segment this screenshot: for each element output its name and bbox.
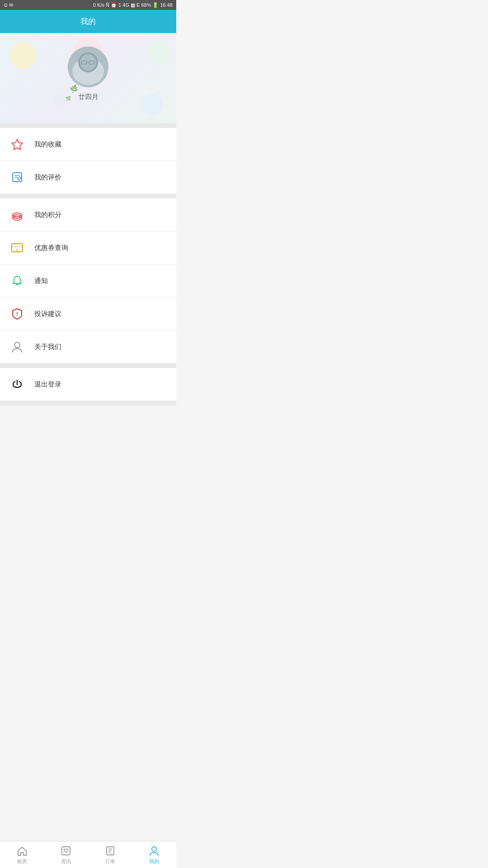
section-divider-4 bbox=[0, 401, 176, 406]
deco-leaf-1: 🌿 bbox=[69, 84, 79, 94]
edit-icon bbox=[9, 169, 25, 185]
logout-label: 退出登录 bbox=[34, 380, 61, 389]
star-icon bbox=[9, 136, 25, 152]
status-left: ⊙ ✉ bbox=[4, 2, 13, 8]
logout-section: 退出登录 bbox=[0, 368, 176, 401]
battery: 68% 🔋 bbox=[141, 2, 159, 8]
avatar[interactable] bbox=[68, 47, 108, 87]
status-bar: ⊙ ✉ 0 K/s Ñ ⏰ 1 4G ▦ E 68% 🔋 16:48 bbox=[0, 0, 176, 10]
username: 廿四月 bbox=[78, 93, 99, 101]
deco-circle-3 bbox=[147, 40, 172, 65]
page-header: 我的 bbox=[0, 10, 176, 33]
svg-marker-7 bbox=[12, 139, 23, 150]
reviews-label: 我的评价 bbox=[34, 173, 61, 182]
coins-icon bbox=[9, 207, 25, 223]
profile-section: 🌿 🌿 廿四月 bbox=[0, 33, 176, 123]
time: 16:48 bbox=[160, 2, 173, 8]
menu-item-coupons[interactable]: ¥ 优惠券查询 bbox=[0, 231, 176, 264]
menu-item-notifications[interactable]: 通知 bbox=[0, 264, 176, 297]
power-icon bbox=[9, 376, 25, 392]
section-divider-2 bbox=[0, 194, 176, 198]
network-icons: Ñ ⏰ 1 4G ▦ E bbox=[106, 2, 140, 8]
shield-icon: ! bbox=[9, 306, 25, 322]
complaints-label: 投诉建议 bbox=[34, 310, 61, 318]
person-icon bbox=[9, 339, 25, 355]
svg-text:!: ! bbox=[16, 311, 18, 317]
coupons-label: 优惠券查询 bbox=[34, 244, 68, 252]
section-divider-3 bbox=[0, 363, 176, 368]
menu-item-favorites[interactable]: 我的收藏 bbox=[0, 128, 176, 161]
deco-circle-5 bbox=[54, 94, 68, 108]
footer-space bbox=[0, 406, 176, 437]
coupon-icon: ¥ bbox=[9, 240, 25, 256]
avatar-image bbox=[68, 47, 108, 87]
menu-item-about[interactable]: 关于我们 bbox=[0, 330, 176, 363]
points-label: 我的积分 bbox=[34, 211, 61, 219]
status-right: 0 K/s Ñ ⏰ 1 4G ▦ E 68% 🔋 16:48 bbox=[93, 2, 173, 8]
menu-item-complaints[interactable]: ! 投诉建议 bbox=[0, 297, 176, 330]
menu-item-points[interactable]: 我的积分 bbox=[0, 198, 176, 231]
avatar-svg bbox=[68, 47, 108, 87]
bell-icon bbox=[9, 273, 25, 289]
about-label: 关于我们 bbox=[34, 343, 61, 351]
menu-section-1: 我的收藏 我的评价 bbox=[0, 128, 176, 194]
svg-point-20 bbox=[14, 342, 20, 348]
status-icons-left: ⊙ ✉ bbox=[4, 2, 13, 8]
menu-item-logout[interactable]: 退出登录 bbox=[0, 368, 176, 401]
menu-section-2: 我的积分 ¥ 优惠券查询 通知 ! 投诉建议 bbox=[0, 198, 176, 363]
deco-leaf-2: 🌿 bbox=[66, 96, 71, 101]
svg-text:¥: ¥ bbox=[16, 248, 19, 252]
section-divider-1 bbox=[0, 123, 176, 128]
network-speed: 0 K/s bbox=[93, 2, 104, 8]
favorites-label: 我的收藏 bbox=[34, 140, 61, 149]
deco-circle-4 bbox=[142, 94, 163, 114]
menu-item-reviews[interactable]: 我的评价 bbox=[0, 161, 176, 194]
deco-circle-1 bbox=[9, 42, 36, 69]
notifications-label: 通知 bbox=[34, 277, 48, 285]
page-title: 我的 bbox=[80, 17, 96, 26]
